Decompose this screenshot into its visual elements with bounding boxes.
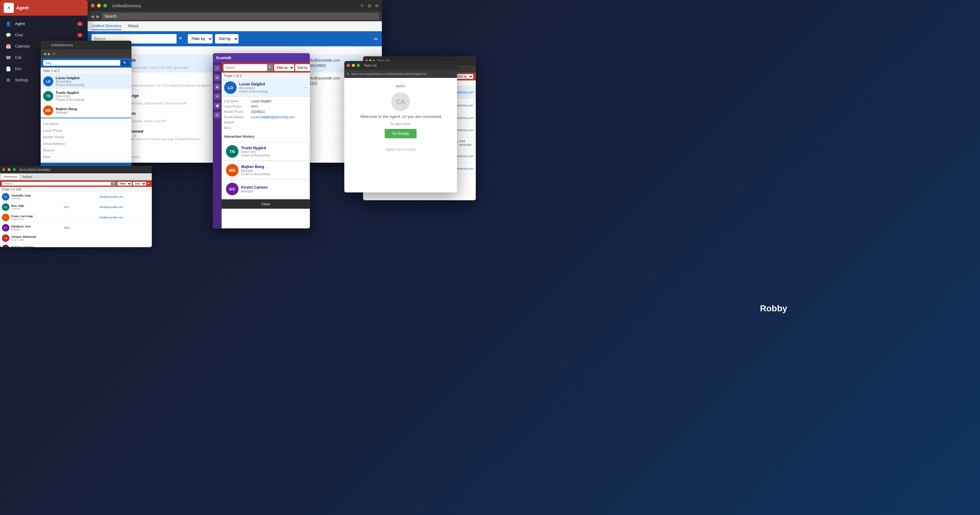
iw-sidebar-btn-5[interactable]: 📋 <box>214 103 220 109</box>
home-icon[interactable]: ⊞ <box>368 3 371 8</box>
bw-email: info@acantalk.com <box>99 247 150 247</box>
nav-label-calendar: Calendar <box>15 44 30 49</box>
detail-fields: Full Name Local Phone Mobile Phone Email… <box>41 118 132 163</box>
sw-contact-dept: Data EntryFinans & Accounting <box>56 94 129 102</box>
bw-edit-btn[interactable]: ✏ <box>147 181 150 186</box>
search-input[interactable] <box>91 37 177 41</box>
bw-email: info@acantalk.com <box>99 195 150 199</box>
field-row-boss: Boss <box>43 154 129 160</box>
aw-close-btn[interactable] <box>347 64 350 67</box>
search-button[interactable]: 🔍 <box>177 34 185 43</box>
more-options-icon[interactable]: ··· <box>125 79 129 84</box>
iw-other-role: Manager <box>241 189 305 193</box>
gear-icon[interactable]: ⚙ <box>375 3 379 8</box>
iw-close-bar[interactable]: Close <box>222 199 310 209</box>
close-btn[interactable] <box>91 4 94 8</box>
sw-title-bar: UnifiedDirectory <box>41 41 132 49</box>
max-btn[interactable] <box>103 4 107 8</box>
iw-other-name: Troels Nygård <box>241 146 305 150</box>
sw-back-btn[interactable]: ◀ <box>43 52 46 56</box>
bw-search-btn[interactable]: 🔍 <box>111 182 116 185</box>
bw-contact-row[interactable]: ET Eikefjord, Tom Rådgiver 9451 <box>0 223 152 233</box>
bw-close-btn[interactable] <box>3 168 5 171</box>
filter-select[interactable]: Filter by <box>188 34 213 43</box>
iw-sidebar-btn-3[interactable]: ◉ <box>214 84 220 90</box>
iw-sidebar-btn-2[interactable]: ⊞ <box>214 75 220 81</box>
bw-tab-dirs[interactable]: Directories <box>2 175 19 179</box>
sw-contact-row[interactable]: TN Troels Nygård Data EntryFinans & Acco… <box>41 89 132 103</box>
agent-badge: 1 <box>77 22 83 26</box>
address-input[interactable] <box>102 13 379 20</box>
bw-phone: 9451 <box>64 226 98 229</box>
aw-min-btn[interactable] <box>352 64 355 67</box>
iw-other-contact-row[interactable]: KC Kirstin Carlsen Manager <box>223 180 308 198</box>
iw-filter-select[interactable]: Filter by <box>274 64 294 71</box>
bw-sort-select[interactable]: Sort <box>133 182 146 186</box>
sort-select[interactable]: Sort by <box>215 34 239 43</box>
bw-search-input[interactable] <box>2 182 111 186</box>
sw-contact-avatar: TN <box>43 91 53 101</box>
aw-ready-button[interactable]: Go Ready <box>385 129 417 138</box>
iw-contact-dept: Finans & Accounting <box>239 90 301 93</box>
edit-button[interactable]: ✏ <box>374 36 378 42</box>
iw-other-contacts: TN Troels Nygård Data Entry Finans & Acc… <box>222 141 310 199</box>
bw-email: info@acantalk.com <box>99 216 150 219</box>
aw-max-btn[interactable] <box>357 64 360 67</box>
bw-contact-row[interactable]: TA Tyssedal, Anja Sekretær info@acantalk… <box>0 192 152 202</box>
tab-about[interactable]: About <box>128 22 138 30</box>
bw-contact-row[interactable]: BS Brix, Silje Jordmor 9477 info@acantal… <box>0 202 152 213</box>
aw-welcome-text: Welcome to the Agent. UI you are connect… <box>360 114 441 119</box>
iw-sort-select[interactable]: Sort by <box>295 64 310 71</box>
iw-sidebar: ≡ ⊞ ◉ ✉ 📋 ⚙ <box>213 63 222 228</box>
iw-search-btn[interactable]: 🔍 <box>267 64 273 71</box>
bw-filter-select[interactable]: Filter <box>118 182 132 186</box>
bw-contact-row[interactable]: BK Bohling, Kristine Lege info@acantalk.… <box>0 243 152 247</box>
bw-tab-settings[interactable]: Settings <box>20 175 35 179</box>
sw-refresh-btn[interactable]: ↻ <box>52 52 56 56</box>
forward-btn[interactable]: ▶ <box>96 14 100 19</box>
iw-other-contact-row[interactable]: MB Majken Bang Manager Finans & Accounti… <box>223 161 308 179</box>
iw-expand-icon[interactable]: — <box>304 86 307 90</box>
sw-forward-btn[interactable]: ▶ <box>48 52 51 56</box>
iw-history-title: Interaction History <box>224 135 307 138</box>
sw-search-input[interactable] <box>43 60 120 66</box>
window-title: UnifiedDirectory <box>112 3 141 8</box>
iw-sidebar-btn-1[interactable]: ≡ <box>214 65 220 72</box>
field-label-branch: Branch <box>43 148 75 152</box>
iw-search-input[interactable] <box>223 65 267 70</box>
nav-item-agent[interactable]: 👤 Agent 1 <box>0 18 88 29</box>
iw-sidebar-btn-6[interactable]: ⚙ <box>214 112 220 118</box>
iw-content: 🔍 Filter by Sort by Page 1 of 2 LD Lucas… <box>222 63 310 228</box>
iw-value-mobilephone: 20245011 <box>251 110 265 114</box>
bw-avatar: TM <box>2 234 10 242</box>
sw-search-button[interactable]: 🔍 <box>121 60 129 66</box>
robby-label: Robby <box>760 304 787 313</box>
chat-icon: 💬 <box>5 33 11 38</box>
refresh-icon[interactable]: ↻ <box>361 3 364 8</box>
sw-contact-info: Majken Bang Manager <box>56 107 129 114</box>
min-btn[interactable] <box>97 4 101 8</box>
rp-sort-select[interactable]: Sort by <box>455 74 473 79</box>
iw-other-contact-row[interactable]: TN Troels Nygård Data Entry Finans & Acc… <box>223 143 308 161</box>
main-toolbar: 🔍 Filter by Sort by ✏ <box>88 31 382 46</box>
iw-other-avatar: MB <box>226 164 239 176</box>
bw-min-btn[interactable] <box>8 168 10 171</box>
sw-contact-row[interactable]: MB Majken Bang Manager <box>41 103 132 118</box>
bottom-window: Acms.Demo.Simulator Directories Settings… <box>0 166 152 247</box>
bw-dept: Lege i spes. <box>11 238 62 241</box>
aw-title-bar: Team Uls <box>344 61 457 70</box>
iw-sidebar-btn-4[interactable]: ✉ <box>214 93 220 100</box>
bw-contact-row[interactable]: TM Tarique, Mohamed Lege i spes. <box>0 233 152 243</box>
nav-label-agent: Agent <box>15 22 25 26</box>
title-actions: ↻ ⊞ ⚙ <box>361 3 379 8</box>
tab-unified-directory[interactable]: Unified Directory <box>91 22 121 30</box>
settings-icon: ⚙ <box>5 78 11 83</box>
back-btn[interactable]: ◀ <box>91 14 94 19</box>
nav-item-chat[interactable]: 💬 Chat 2 <box>0 29 88 41</box>
bw-contact-row[interactable]: FL Fraas, Lars Inge Fagdirektør info@aca… <box>0 213 152 223</box>
bw-info: Tarique, Mohamed Lege i spes. <box>11 235 62 241</box>
bw-max-btn[interactable] <box>13 168 16 171</box>
iw-page-info: Page 1 of 2 <box>222 73 310 79</box>
sw-contact-dept: AccountantFinans & Accounting <box>56 80 123 87</box>
sw-contact-row[interactable]: LD Lucas Dalgård AccountantFinans & Acco… <box>41 74 132 89</box>
